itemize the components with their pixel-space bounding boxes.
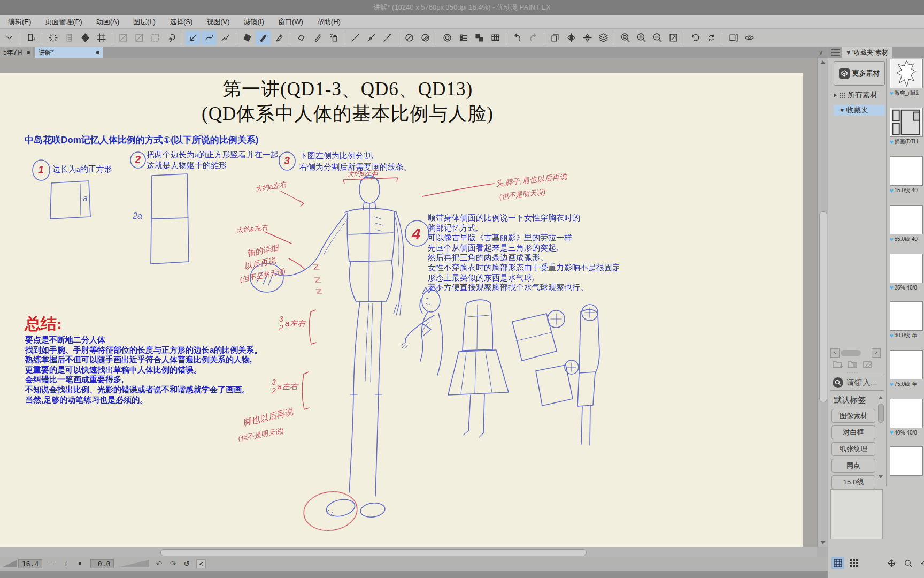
zoom-in-icon[interactable]: [634, 31, 649, 45]
object-icon[interactable]: [78, 31, 93, 45]
menu-item[interactable]: 图层(L): [126, 17, 163, 27]
redo-icon[interactable]: [526, 31, 541, 45]
frame-icon[interactable]: [726, 31, 741, 45]
rotate-cw-button[interactable]: ↷: [168, 560, 177, 568]
eraser-icon[interactable]: [240, 31, 255, 45]
menu-item[interactable]: 滤镜(I): [237, 17, 271, 27]
zoom-slider[interactable]: [2, 560, 17, 567]
tag-button[interactable]: 15.0线: [831, 475, 875, 489]
scroll-right-icon[interactable]: >: [872, 348, 881, 358]
view-eye-icon[interactable]: [742, 31, 757, 45]
rotate-ccw-icon[interactable]: [688, 31, 703, 45]
marker-icon[interactable]: [310, 31, 325, 45]
scroll-up-icon[interactable]: [879, 396, 883, 399]
line-b-icon[interactable]: [380, 31, 395, 45]
scroll-down-icon[interactable]: [818, 538, 828, 547]
menu-item[interactable]: 编辑(E): [1, 17, 38, 27]
film-icon[interactable]: [488, 31, 503, 45]
reset-rotation-button[interactable]: ↺: [182, 560, 191, 568]
folder-list-scrollbar[interactable]: < >: [830, 348, 884, 358]
marquee-icon[interactable]: [148, 31, 163, 45]
deco-pen-icon[interactable]: [364, 31, 379, 45]
material-item[interactable]: ♥15.0线 40: [890, 156, 924, 194]
undo-icon[interactable]: [510, 31, 525, 45]
toolbar-overflow-chevron-icon[interactable]: ∨: [816, 48, 826, 57]
tone-icon[interactable]: [472, 31, 487, 45]
curve-icon[interactable]: [202, 31, 217, 45]
material-item[interactable]: ♥40% 40/0: [890, 399, 924, 436]
tab-document-2-active[interactable]: 讲解*: [35, 47, 103, 58]
vertical-scroll-thumb[interactable]: [819, 211, 827, 402]
tree-item-all-materials[interactable]: 所有素材: [834, 90, 885, 101]
canvas-horizontal-scrollbar[interactable]: [0, 547, 817, 557]
delete-folder-icon[interactable]: [848, 360, 858, 369]
chevron-down-icon[interactable]: [2, 31, 17, 45]
collapse-button[interactable]: <: [196, 559, 206, 568]
duplicate-icon[interactable]: [548, 31, 563, 45]
menu-item[interactable]: 视图(V): [199, 17, 236, 27]
burst-icon[interactable]: [45, 31, 60, 45]
panel-menu-icon[interactable]: [831, 49, 840, 56]
thumbnail-view-icon[interactable]: [848, 557, 860, 569]
material-search-input[interactable]: 请键入...: [830, 375, 884, 391]
blend-2-icon[interactable]: [418, 31, 433, 45]
new-folder-icon[interactable]: [833, 360, 843, 369]
blend-icon[interactable]: [402, 31, 417, 45]
zoom-out-button[interactable]: −: [48, 560, 56, 568]
airbrush-icon[interactable]: [326, 31, 341, 45]
eraser-small-icon[interactable]: [294, 31, 309, 45]
fountain-pen-icon[interactable]: [272, 31, 287, 45]
horizontal-scroll-thumb[interactable]: [160, 549, 587, 556]
layers-icon[interactable]: [596, 31, 611, 45]
tag-button[interactable]: 网点: [831, 459, 875, 473]
scroll-down-icon[interactable]: [879, 475, 883, 478]
zoom-fit-icon[interactable]: [666, 31, 681, 45]
zoom-panel-icon[interactable]: [902, 557, 914, 569]
rect-select-icon[interactable]: [116, 31, 130, 45]
page-move-icon[interactable]: [61, 31, 76, 45]
more-materials-button[interactable]: 更多素材: [834, 61, 885, 86]
symmetry-icon[interactable]: [580, 31, 595, 45]
menu-item[interactable]: 窗口(W): [271, 17, 310, 27]
grid-view-icon[interactable]: [831, 557, 844, 569]
material-item[interactable]: ♥激突_曲线: [890, 59, 924, 97]
line-a-icon[interactable]: [348, 31, 363, 45]
edit-folder-icon[interactable]: [863, 360, 873, 369]
gradient-icon[interactable]: [456, 31, 471, 45]
oval-icon[interactable]: [440, 31, 455, 45]
menu-item[interactable]: 帮助(H): [310, 17, 348, 27]
material-item[interactable]: ♥55.0线 40: [890, 205, 924, 243]
lasso-icon[interactable]: [164, 31, 179, 45]
material-item[interactable]: ♥75.0线 单: [890, 350, 924, 388]
zoom-out-icon[interactable]: [650, 31, 665, 45]
expand-chevron-icon[interactable]: [834, 93, 837, 97]
pen-icon[interactable]: [256, 31, 271, 45]
material-item[interactable]: ♥插画(DTH: [890, 108, 924, 146]
flip-h-icon[interactable]: [564, 31, 579, 45]
crop-icon[interactable]: [94, 31, 109, 45]
canvas-vertical-scrollbar[interactable]: [817, 58, 828, 547]
scroll-left-icon[interactable]: <: [830, 348, 840, 358]
tag-button[interactable]: 对白框: [831, 425, 875, 439]
zoom-object-icon[interactable]: [618, 31, 633, 45]
zoom-fit-button[interactable]: ■: [75, 561, 84, 566]
rotate-ccw-button[interactable]: ↶: [155, 560, 163, 568]
brightness-icon[interactable]: [918, 557, 924, 569]
panel-tab-favorites[interactable]: ♥ “收藏夹”素材: [842, 47, 892, 58]
canvas-page[interactable]: 第一讲(QD1-3、QD6、QD13) (QD体系中人体的基本比例与人脸) 中岛…: [0, 73, 803, 547]
tag-button[interactable]: 纸张纹理: [831, 442, 875, 456]
ruler-line-icon[interactable]: [186, 31, 201, 45]
material-item[interactable]: [890, 446, 924, 476]
tag-scroll-thumb[interactable]: [878, 404, 884, 423]
scroll-up-icon[interactable]: [818, 58, 828, 66]
menu-item[interactable]: 页面管理(P): [38, 17, 89, 27]
material-item[interactable]: ♥30.0线 单: [890, 301, 924, 339]
folder-scroll-thumb[interactable]: [841, 350, 861, 356]
zoom-in-button[interactable]: +: [61, 560, 70, 568]
tab-document-1[interactable]: 5年7月: [0, 47, 33, 58]
rotation-slider[interactable]: [117, 560, 149, 567]
polyline-icon[interactable]: [218, 31, 233, 45]
rect-select-2-icon[interactable]: [132, 31, 147, 45]
tag-scrollbar[interactable]: [877, 395, 884, 486]
pan-icon[interactable]: [885, 557, 898, 569]
